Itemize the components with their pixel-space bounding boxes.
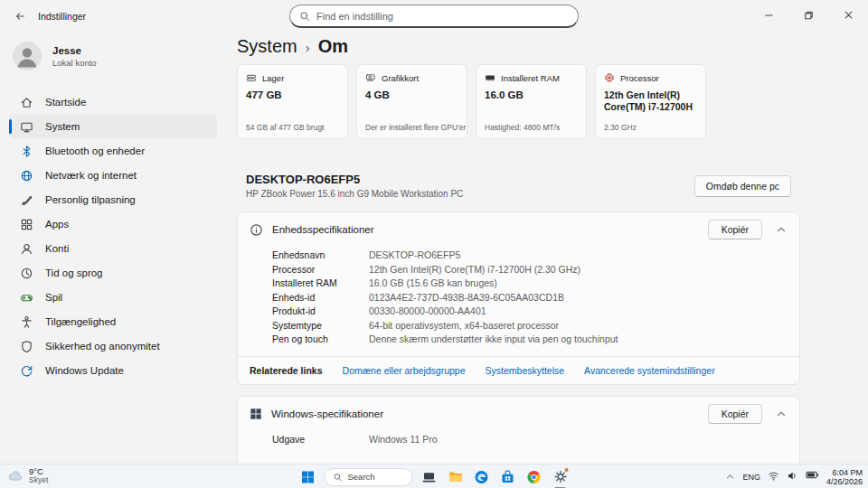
sidebar-item-label: Konti [45, 243, 69, 254]
globe-icon [20, 169, 33, 183]
sidebar-item-accounts[interactable]: Konti [9, 237, 217, 260]
sidebar: Jesse Lokal konto Startside System Bluet… [0, 34, 226, 464]
sidebar-item-startside[interactable]: Startside [9, 90, 217, 114]
storage-card: Lager 477 GB 54 GB af 477 GB brugt [237, 64, 348, 139]
chrome-button[interactable] [524, 467, 544, 487]
person-icon [20, 242, 33, 256]
gamepad-icon [20, 291, 33, 305]
windows-logo-icon [250, 408, 262, 420]
sidebar-item-label: Tid og sprog [45, 267, 103, 278]
taskbar-search[interactable]: Search [325, 468, 413, 486]
spec-row: Enheds-id0123A4E2-737D-493B-8A39-6C05AA0… [272, 291, 788, 305]
start-button[interactable] [298, 467, 318, 487]
chevron-up-icon[interactable] [775, 223, 788, 236]
sidebar-item-apps[interactable]: Apps [9, 212, 217, 236]
spec-row: Installeret RAM16.0 GB (15.6 GB kan brug… [272, 277, 788, 291]
edge-button[interactable] [472, 467, 492, 487]
spec-label: Systemtype [272, 319, 369, 333]
shield-icon [20, 340, 33, 353]
card-title: Lager [262, 73, 284, 83]
monitor-icon [20, 120, 33, 134]
home-icon [20, 96, 33, 109]
volume-icon[interactable] [787, 469, 798, 485]
settings-search-input[interactable] [316, 11, 569, 22]
device-specs-body: EnhedsnavnDESKTOP-RO6EFP5 Processor12th … [238, 247, 799, 356]
device-model: HP ZBook Power 15.6 inch G9 Mobile Works… [246, 189, 463, 199]
clock-widget[interactable]: 6:04 PM 4/26/2026 [826, 468, 863, 486]
breadcrumb-system[interactable]: System [237, 36, 297, 57]
sidebar-item-windows-update[interactable]: Windows Update [9, 359, 217, 382]
taskbar-search-label: Search [348, 472, 375, 482]
user-account-block[interactable]: Jesse Lokal konto [0, 34, 226, 76]
spec-value: 00330-80000-00000-AA401 [369, 305, 486, 319]
device-specs-header[interactable]: Enhedsspecifikationer Kopiér [238, 212, 799, 247]
windows-specs-header[interactable]: Windows-specifikationer Kopiér [238, 397, 799, 431]
apps-grid-icon [20, 218, 33, 231]
search-icon [299, 11, 310, 22]
spec-value: DESKTOP-RO6EFP5 [369, 249, 460, 263]
sidebar-item-label: Startside [45, 97, 86, 108]
sidebar-item-bluetooth[interactable]: Bluetooth og enheder [9, 139, 217, 163]
chevron-up-icon[interactable] [775, 408, 788, 420]
settings-search-box[interactable] [289, 5, 579, 28]
spec-label: Processor [272, 263, 369, 277]
spec-value: 12th Gen Intel(R) Core(TM) i7-12700H (2.… [369, 263, 580, 277]
sidebar-item-accessibility[interactable]: Tilgængelighed [9, 310, 217, 333]
language-indicator[interactable]: ENG [742, 473, 760, 482]
breadcrumb-separator: › [306, 40, 310, 55]
spec-row: Processor12th Gen Intel(R) Core(TM) i7-1… [272, 263, 788, 277]
device-specs-expander: Enhedsspecifikationer Kopiér EnhedsnavnD… [237, 211, 800, 385]
app-title: Indstillinger [38, 11, 86, 22]
link-system-protection[interactable]: Systembeskyttelse [486, 365, 565, 376]
tray-date: 4/26/2026 [826, 477, 863, 486]
window-controls [749, 0, 868, 29]
cloud-icon [7, 467, 24, 483]
settings-app-button[interactable] [551, 467, 571, 487]
copy-windows-specs-button[interactable]: Kopiér [708, 404, 762, 424]
sidebar-item-label: Windows Update [45, 365, 124, 376]
clock-icon [20, 267, 33, 280]
card-value: 4 GB [365, 89, 458, 101]
titlebar: Indstillinger [0, 0, 868, 34]
windows-specs-body: UdgaveWindows 11 Pro [238, 431, 799, 456]
accessibility-icon [20, 315, 33, 329]
edge-icon [475, 470, 489, 484]
spec-label: Installeret RAM [272, 277, 369, 291]
store-button[interactable] [498, 467, 518, 487]
sidebar-item-label: Netværk og internet [45, 170, 137, 181]
battery-icon[interactable] [806, 468, 819, 485]
spec-value: Denne skærm understøtter ikke input via … [369, 333, 618, 347]
link-domain-workgroup[interactable]: Domæne eller arbejdsgruppe [343, 365, 466, 376]
user-account-type: Lokal konto [52, 58, 97, 68]
sidebar-item-system[interactable]: System [9, 115, 217, 138]
tray-chevron-up[interactable] [725, 469, 735, 485]
file-explorer-button[interactable] [446, 467, 466, 487]
weather-widget[interactable]: 9°C Skyet [7, 466, 48, 484]
back-button[interactable] [7, 5, 33, 28]
sidebar-item-time-language[interactable]: Tid og sprog [9, 261, 217, 285]
breadcrumb: System › Om [237, 36, 800, 57]
task-view-button[interactable] [420, 467, 439, 487]
spec-row: Systemtype64-bit operativsystem, x64-bas… [272, 319, 788, 333]
device-name: DESKTOP-RO6EFP5 [246, 173, 463, 186]
sidebar-item-network[interactable]: Netværk og internet [9, 164, 217, 187]
copy-device-specs-button[interactable]: Kopiér [708, 220, 762, 239]
minimize-button[interactable] [749, 0, 788, 29]
device-name-section: DESKTOP-RO6EFP5 HP ZBook Power 15.6 inch… [237, 173, 800, 199]
close-button[interactable] [828, 0, 868, 29]
sidebar-item-gaming[interactable]: Spil [9, 286, 217, 309]
sidebar-item-personalization[interactable]: Personlig tilpasning [9, 188, 217, 211]
ram-card: Installeret RAM 16.0 GB Hastighed: 4800 … [476, 64, 587, 139]
restore-button[interactable] [788, 0, 828, 29]
sidebar-item-label: Bluetooth og enheder [45, 145, 145, 156]
sidebar-item-privacy-security[interactable]: Sikkerhed og anonymitet [9, 334, 217, 358]
settings-notification-badge [564, 467, 570, 473]
link-advanced-system-settings[interactable]: Avancerede systemindstillinger [584, 365, 715, 376]
spec-label: Produkt-id [272, 305, 369, 319]
card-title: Installeret RAM [501, 73, 560, 83]
spec-row: EnhedsnavnDESKTOP-RO6EFP5 [272, 249, 788, 263]
rename-pc-button[interactable]: Omdøb denne pc [694, 175, 791, 197]
wifi-icon[interactable] [768, 469, 779, 485]
spec-label: Enheds-id [272, 291, 369, 305]
spec-row: Pen og touchDenne skærm understøtter ikk… [272, 333, 788, 347]
